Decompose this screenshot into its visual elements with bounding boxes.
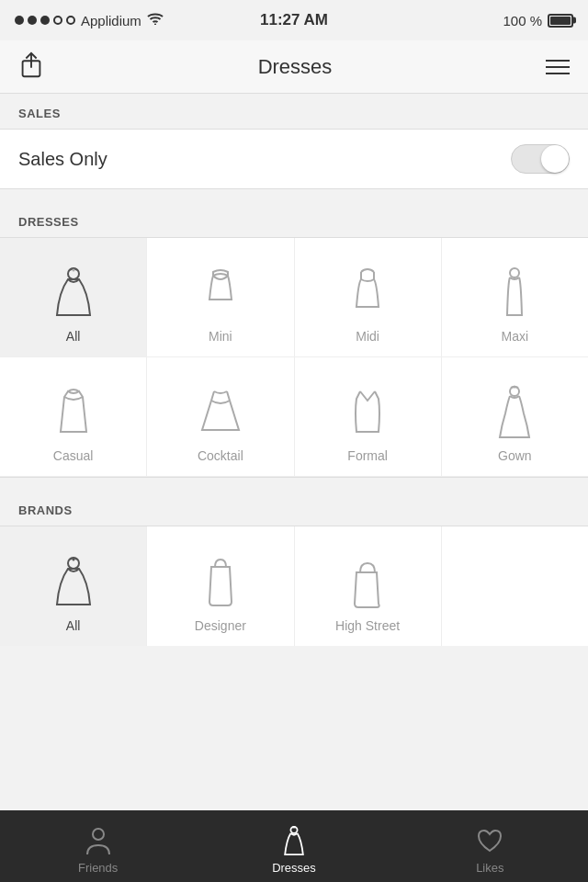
dress-cocktail-icon: [197, 384, 244, 441]
dress-cocktail-label: Cocktail: [198, 448, 243, 463]
tab-friends[interactable]: Friends: [0, 819, 196, 875]
svg-point-6: [514, 386, 516, 389]
dress-all-icon: [50, 265, 97, 322]
sales-only-label: Sales Only: [18, 149, 107, 170]
svg-point-8: [72, 559, 74, 561]
brands-grid: All Designer High Street: [0, 526, 588, 646]
share-button[interactable]: [18, 51, 44, 84]
dress-type-casual[interactable]: Casual: [0, 357, 147, 477]
brand-high-street-label: High Street: [335, 618, 400, 633]
brands-section-label-row: BRANDS: [0, 491, 588, 526]
likes-icon: [475, 824, 504, 857]
brand-designer-icon: [197, 554, 244, 611]
menu-line-3: [546, 73, 570, 74]
dress-type-maxi[interactable]: Maxi: [442, 238, 588, 357]
dress-type-midi[interactable]: Midi: [295, 238, 442, 357]
brand-designer[interactable]: Designer: [147, 526, 294, 646]
battery-icon: [548, 14, 573, 28]
tab-likes[interactable]: Likes: [392, 819, 588, 875]
tab-dresses[interactable]: Dresses: [196, 819, 391, 875]
brand-high-street[interactable]: High Street: [295, 526, 442, 646]
friends-icon: [84, 824, 113, 857]
brands-gap: [0, 478, 588, 491]
dresses-grid: All Mini Midi: [0, 237, 588, 478]
signal-dot-2: [28, 16, 37, 25]
dress-maxi-label: Maxi: [502, 329, 529, 344]
sales-section-label: SALES: [18, 107, 61, 120]
svg-point-9: [93, 829, 104, 840]
menu-line-1: [546, 60, 570, 62]
wifi-icon: [147, 12, 164, 28]
svg-point-0: [154, 24, 156, 26]
dress-mini-icon: [197, 265, 244, 322]
brands-section-label: BRANDS: [18, 503, 73, 517]
signal-dot-4: [53, 16, 62, 25]
dress-type-all[interactable]: All: [0, 238, 147, 357]
signal-dot-5: [66, 16, 75, 25]
status-time: 11:27 AM: [260, 11, 328, 29]
tab-bar: Friends Dresses Likes: [0, 810, 588, 882]
dress-gown-label: Gown: [498, 448, 532, 463]
dress-type-formal[interactable]: Formal: [295, 357, 442, 477]
signal-dot-1: [15, 16, 24, 25]
brand-high-street-icon: [344, 554, 391, 611]
tab-dresses-label: Dresses: [272, 861, 316, 875]
dress-midi-label: Midi: [356, 329, 379, 344]
dresses-section-label: DRESSES: [18, 215, 79, 229]
dress-all-label: All: [66, 329, 81, 344]
sales-only-toggle[interactable]: [511, 144, 570, 174]
menu-line-2: [546, 66, 570, 68]
dress-type-mini[interactable]: Mini: [147, 238, 294, 357]
brand-all-label: All: [66, 618, 81, 633]
battery-fill: [550, 17, 571, 25]
dress-mini-label: Mini: [209, 329, 232, 344]
nav-title: Dresses: [258, 55, 333, 79]
dress-midi-icon: [344, 265, 391, 322]
svg-point-3: [72, 269, 74, 272]
toggle-knob: [541, 145, 569, 173]
sales-section-label-row: SALES: [0, 94, 588, 129]
status-bar: Applidium 11:27 AM 100 %: [0, 0, 588, 40]
tab-friends-label: Friends: [78, 861, 118, 875]
status-left: Applidium: [15, 12, 164, 28]
carrier-label: Applidium: [81, 13, 141, 28]
status-right: 100 %: [503, 13, 573, 28]
battery-percent: 100 %: [503, 13, 542, 28]
dresses-section-label-row: DRESSES: [0, 202, 588, 237]
dress-type-cocktail[interactable]: Cocktail: [147, 357, 294, 477]
brand-designer-label: Designer: [195, 618, 246, 633]
brand-all-icon: [50, 554, 97, 611]
dress-formal-label: Formal: [347, 448, 388, 463]
dresses-gap: [0, 189, 588, 202]
nav-bar: Dresses: [0, 40, 588, 94]
dresses-row-2: Casual Cocktail Formal: [0, 357, 588, 477]
tab-likes-label: Likes: [476, 861, 503, 875]
dress-type-gown[interactable]: Gown: [442, 357, 588, 477]
menu-button[interactable]: [546, 60, 570, 74]
brand-all[interactable]: All: [0, 526, 147, 646]
dresses-row-1: All Mini Midi: [0, 238, 588, 357]
sales-toggle-row: Sales Only: [0, 129, 588, 189]
brands-row-1: All Designer High Street: [0, 526, 588, 646]
dresses-tab-icon: [279, 824, 309, 857]
dress-gown-icon: [491, 384, 538, 441]
dress-formal-icon: [344, 384, 391, 441]
signal-dot-3: [40, 16, 50, 25]
signal-dots: [15, 16, 75, 25]
dress-maxi-icon: [491, 265, 538, 322]
svg-point-11: [293, 826, 295, 828]
dress-casual-label: Casual: [53, 448, 94, 463]
dress-casual-icon: [50, 384, 97, 441]
svg-point-4: [510, 268, 519, 277]
